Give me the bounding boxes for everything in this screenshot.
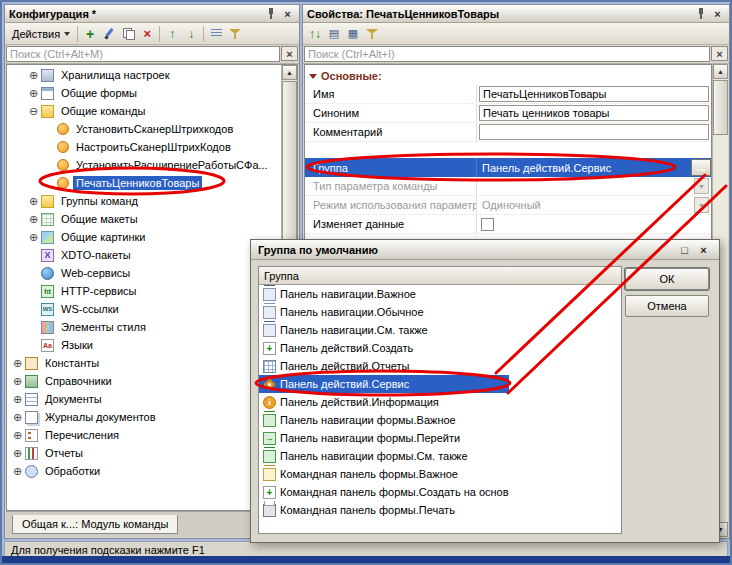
tree-item-2[interactable]: ⊖Общие команды	[7, 102, 281, 120]
sort-order-button[interactable]: ↑↓	[306, 25, 324, 43]
prop-value-name[interactable]: ПечатьЦенниковТовары	[477, 85, 711, 103]
ok-button[interactable]: ОК	[625, 268, 709, 290]
filter-button[interactable]	[226, 25, 244, 43]
tree-item-12[interactable]: HTTP-сервисы	[7, 282, 281, 300]
filter-button[interactable]	[363, 25, 381, 43]
dropdown-button[interactable]: ▼	[694, 197, 709, 213]
properties-search-input[interactable]	[304, 46, 710, 62]
tree-item-9[interactable]: ⊕Общие картинки	[7, 228, 281, 246]
tree-item-5[interactable]: УстановитьРасширениеРаботыСФа...	[7, 156, 281, 174]
prop-row-param-type[interactable]: Тип параметра команды▼	[305, 177, 711, 196]
delete-button[interactable]: ×	[138, 25, 156, 43]
tree-item-4[interactable]: НастроитьСканерШтрихКодов	[7, 138, 281, 156]
prop-value-comment[interactable]	[477, 123, 711, 141]
pin-icon[interactable]	[264, 7, 279, 21]
close-icon[interactable]: ×	[695, 242, 712, 257]
dropdown-button[interactable]: ▼	[694, 178, 709, 194]
tree-item-21[interactable]: ⊕Отчеты	[7, 444, 281, 462]
tree-item-18[interactable]: ⊕Документы	[7, 390, 281, 408]
dialog-list-item-10[interactable]: Командная панель формы.Важное	[259, 465, 621, 483]
section-header-main[interactable]: Основные:	[305, 67, 711, 85]
copy-button[interactable]	[119, 25, 137, 43]
prop-row-param-mode[interactable]: Режим использования параметраОдиночный▼	[305, 196, 711, 215]
clear-search-icon[interactable]: ×	[281, 46, 298, 61]
dialog-list-item-2[interactable]: Панель навигации.См. также	[259, 321, 621, 339]
prop-row-modifies-data[interactable]: Изменяет данные	[305, 215, 711, 234]
clear-search-icon[interactable]: ×	[711, 46, 728, 61]
scroll-up-icon[interactable]: ▲	[713, 64, 728, 79]
prop-value-param-type[interactable]: ▼	[477, 177, 711, 195]
tree-item-19[interactable]: ⊕Журналы документов	[7, 408, 281, 426]
prop-row-name[interactable]: ИмяПечатьЦенниковТовары	[305, 85, 711, 104]
tree-item-0[interactable]: ⊕Хранилища настроек	[7, 66, 281, 84]
close-icon[interactable]: ×	[280, 7, 295, 21]
dialog-list-item-11[interactable]: Командная панель формы.Создать на основа…	[259, 483, 621, 501]
actions-button[interactable]: Действия	[8, 25, 74, 43]
tree-expander-icon[interactable]: ⊕	[11, 447, 24, 460]
tree-item-13[interactable]: WS-ссылки	[7, 300, 281, 318]
tree-expander-icon[interactable]: ⊕	[27, 195, 40, 208]
prop-row-synonym[interactable]: СинонимПечать ценников товары	[305, 104, 711, 123]
tree-expander-icon[interactable]: ⊕	[27, 87, 40, 100]
dialog-item-cell[interactable]: Панель навигации формы.См. также	[259, 447, 509, 465]
tree-item-6[interactable]: ПечатьЦенниковТовары	[7, 174, 281, 192]
add-button[interactable]: +	[81, 25, 99, 43]
prop-value-modifies-data[interactable]	[477, 215, 711, 233]
scroll-up-icon[interactable]: ▲	[282, 65, 297, 80]
tree-item-16[interactable]: ⊕Константы	[7, 354, 281, 372]
column-header-group[interactable]: Группа	[259, 267, 621, 285]
dialog-item-cell[interactable]: Панель действий.Информация	[259, 393, 509, 411]
prop-value-box[interactable]: ПечатьЦенниковТовары	[479, 86, 709, 102]
tree-item-7[interactable]: ⊕Группы команд	[7, 192, 281, 210]
dialog-item-cell[interactable]: Командная панель формы.Важное	[259, 465, 509, 483]
sort-list-button[interactable]	[207, 25, 225, 43]
tree-expander-icon[interactable]: ⊕	[11, 429, 24, 442]
close-icon[interactable]: ×	[710, 7, 725, 21]
prop-row-group[interactable]: ГруппаПанель действий.Сервис...×	[305, 158, 711, 177]
table-view-button[interactable]: ▦	[344, 25, 362, 43]
tree-expander-icon[interactable]: ⊕	[11, 375, 24, 388]
checkbox[interactable]	[481, 218, 494, 231]
prop-row-comment[interactable]: Комментарий	[305, 123, 711, 142]
tree-item-11[interactable]: Web-сервисы	[7, 264, 281, 282]
tree-expander-icon[interactable]: ⊕	[27, 69, 40, 82]
prop-value-synonym[interactable]: Печать ценников товары	[477, 104, 711, 122]
move-down-button[interactable]: ↓	[182, 25, 200, 43]
dialog-list-item-1[interactable]: Панель навигации.Обычное	[259, 303, 621, 321]
search-input[interactable]	[6, 46, 280, 62]
dialog-list-item-8[interactable]: Панель навигации формы.Перейти	[259, 429, 621, 447]
cancel-button[interactable]: Отмена	[625, 295, 709, 317]
tree-item-15[interactable]: Языки	[7, 336, 281, 354]
pin-icon[interactable]	[694, 7, 709, 21]
dialog-list-item-9[interactable]: Панель навигации формы.См. также	[259, 447, 621, 465]
dialog-list-item-4[interactable]: Панель действий.Отчеты	[259, 357, 621, 375]
tree-expander-icon[interactable]: ⊕	[27, 231, 40, 244]
dialog-item-cell[interactable]: Панель навигации.Обычное	[259, 303, 509, 321]
dialog-item-cell[interactable]: Командная панель формы.Создать на основа…	[259, 483, 509, 501]
dialog-item-cell[interactable]: Панель действий.Создать	[259, 339, 509, 357]
dialog-item-cell[interactable]: Командная панель формы.Печать	[259, 501, 509, 519]
tree-expander-icon[interactable]: ⊕	[27, 213, 40, 226]
tree-expander-icon[interactable]: ⊕	[11, 357, 24, 370]
tree-item-1[interactable]: ⊕Общие формы	[7, 84, 281, 102]
dialog-list-item-12[interactable]: Командная панель формы.Печать	[259, 501, 621, 519]
prop-value-group[interactable]: Панель действий.Сервис	[477, 158, 711, 177]
tree-item-22[interactable]: ⊕Обработки	[7, 462, 281, 480]
dialog-list-item-5[interactable]: Панель действий.Сервис	[259, 375, 621, 393]
tree-item-10[interactable]: XDTO-пакеты	[7, 246, 281, 264]
category-view-button[interactable]: ▤	[325, 25, 343, 43]
prop-value-box[interactable]	[479, 124, 709, 140]
dialog-item-cell[interactable]: Панель действий.Сервис	[259, 375, 509, 393]
prop-value-box[interactable]: Печать ценников товары	[479, 105, 709, 121]
dialog-item-cell[interactable]: Панель навигации.См. также	[259, 321, 509, 339]
dialog-item-cell[interactable]: Панель действий.Отчеты	[259, 357, 509, 375]
tree-expander-icon[interactable]: ⊕	[11, 411, 24, 424]
scrollbar-thumb[interactable]	[282, 81, 297, 251]
dialog-list-item-6[interactable]: Панель действий.Информация	[259, 393, 621, 411]
dialog-item-cell[interactable]: Панель навигации формы.Перейти	[259, 429, 509, 447]
maximize-icon[interactable]: □	[676, 242, 693, 257]
tree-item-17[interactable]: ⊕Справочники	[7, 372, 281, 390]
tree-item-14[interactable]: Элементы стиля	[7, 318, 281, 336]
dialog-item-cell[interactable]: Панель навигации.Важное	[259, 285, 509, 303]
ellipsis-button[interactable]: ...	[691, 159, 711, 176]
